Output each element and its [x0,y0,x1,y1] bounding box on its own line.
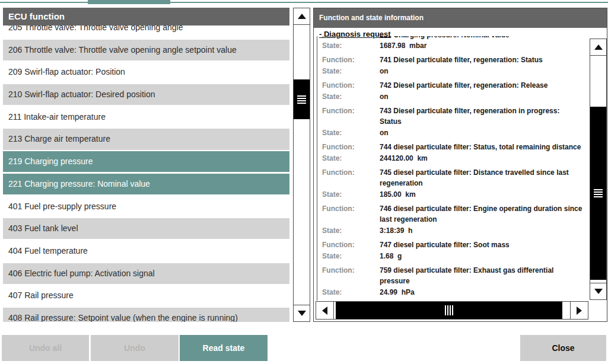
row-value: 759 diesel particulate filter: Exhaust g… [380,265,553,286]
arrow-up-icon [594,44,603,50]
ecu-function-item-selected[interactable]: 221 Charging pressure: Nominal value [3,174,289,194]
arrow-down-icon [298,311,306,316]
row-value: 747 diesel particulate filter: Soot mass [380,240,510,250]
ecu-function-header-label: ECU function [8,11,65,21]
scroll-thumb[interactable] [590,107,606,280]
scroll-up-button[interactable] [293,8,310,25]
state-row: State:on [317,91,588,102]
row-label: State: [317,225,380,236]
row-value: 1687.98 mbar [380,40,426,51]
undo-button[interactable]: Undo [91,335,179,361]
top-tab-indicator[interactable] [88,0,170,4]
row-value: 185.00 km [380,189,416,200]
ecu-function-list: 205 Throttle valve: Throttle valve openi… [3,25,289,322]
arrow-up-icon [298,14,306,19]
state-row: State:1.68 g [317,251,588,261]
read-state-button[interactable]: Read state [180,335,268,361]
row-label: State: [317,189,380,200]
row-label: State: [317,127,380,138]
function-row: Function:747 diesel particulate filter: … [317,240,588,250]
ecu-function-item[interactable]: 210 Swirl-flap actuator: Desired positio… [3,84,289,105]
row-value: 746 diesel particulate filter: Engine op… [380,203,582,225]
scroll-down-button[interactable] [293,305,310,322]
state-info-scrollbar[interactable] [590,39,607,300]
thumb-grip-icon [594,189,603,197]
ecu-function-item[interactable]: 406 Electric fuel pump: Activation signa… [3,263,289,284]
row-value: 244120.00 km [380,153,428,164]
state-row: State:24.99 hPa [317,287,588,298]
function-state-header: Function and state information [314,8,607,28]
arrow-left-icon [322,306,327,315]
ecu-function-item-selected[interactable]: 219 Charging pressure [3,151,289,172]
ecu-function-item[interactable]: 408 Rail pressure: Setpoint value (when … [3,308,289,322]
row-value: 744 diesel particulate filter: Status, t… [380,142,581,152]
arrow-right-icon [577,306,582,315]
row-value: 745 diesel particulate filter: Distance … [380,167,569,189]
scroll-left-button[interactable] [316,301,334,320]
scroll-up-button[interactable] [590,39,607,56]
undo-all-button[interactable]: Undo all [2,335,89,361]
close-button[interactable]: Close [520,335,606,361]
ecu-function-item[interactable]: 209 Swirl-flap actuator: Position [3,62,289,82]
row-label: State: [317,251,380,261]
row-label: Function: [317,55,380,65]
row-value: on [380,66,389,76]
state-row: State:1687.98 mbar [317,40,588,51]
state-row: State:244120.00 km [317,153,588,164]
scroll-down-button[interactable] [590,283,607,300]
function-row: Function:742 Diesel particulate filter, … [317,80,588,91]
row-label: State: [317,287,380,298]
state-info-horizontal-scrollbar[interactable] [316,301,588,320]
row-label: Function: [317,167,380,189]
thumb-grip-icon [297,95,306,104]
row-value: 741 Diesel particulate filter, regenerat… [380,55,543,65]
ecu-function-header: ECU function [3,8,289,25]
state-row: State:3:18:39 h [317,225,588,236]
state-info-content: Function: 221 Charging pressure: Nominal… [317,36,588,301]
function-row: Function:745 diesel particulate filter: … [317,167,588,189]
row-value: 221 Charging pressure: Nominal value [380,36,510,40]
app-window: ECU function 205 Throttle valve: Throttl… [0,0,608,364]
function-row: Function:741 Diesel particulate filter, … [317,55,588,65]
ecu-function-item[interactable]: 403 Fuel tank level [3,218,289,239]
scroll-thumb[interactable] [294,79,310,119]
thumb-grip-icon [445,305,454,315]
row-label: State: [317,91,380,102]
row-label: State: [317,66,380,76]
row-label: Function: [317,240,380,250]
row-label: State: [317,40,380,51]
row-label: Function: [317,80,380,91]
clipped-row: Function: 221 Charging pressure: Nominal… [317,36,588,40]
scroll-right-button[interactable] [570,301,588,320]
arrow-down-icon [594,289,603,294]
row-label: Function: [317,106,380,127]
row-value: 24.99 hPa [380,287,415,298]
function-row: Function:746 diesel particulate filter: … [317,203,588,225]
ecu-list-scrollbar[interactable] [293,8,310,322]
ecu-function-item[interactable]: 213 Charge air temperature [3,129,289,149]
function-row: Function:744 diesel particulate filter: … [317,142,588,152]
function-state-header-label: Function and state information [319,14,424,22]
ecu-function-item[interactable]: 404 Fuel temperature [3,241,289,261]
function-row: Function:759 diesel particulate filter: … [317,265,588,286]
state-row: State:185.00 km [317,189,588,200]
ecu-function-item[interactable]: 407 Rail pressure [3,285,289,306]
ecu-function-item[interactable]: 401 Fuel pre-supply pressure [3,196,289,217]
scroll-thumb[interactable] [336,302,562,319]
row-value: 743 Diesel particulate filter, regenerat… [380,106,559,127]
function-row: Function:743 Diesel particulate filter, … [317,106,588,127]
row-value: 742 Diesel particulate filter, regenerat… [380,80,547,91]
row-value: 1.68 g [380,251,402,261]
ecu-function-item[interactable]: 211 Intake-air temperature [3,107,289,127]
row-label: Function: [317,142,380,152]
state-row: State:on [317,127,588,138]
row-label: State: [317,153,380,164]
row-label: Function: [317,36,380,40]
row-value: on [380,91,389,102]
ecu-function-item[interactable]: 206 Throttle valve: Throttle valve openi… [3,40,289,60]
row-value: 3:18:39 h [380,225,412,236]
ecu-function-item[interactable]: 205 Throttle valve: Throttle valve openi… [3,25,289,38]
function-state-panel: Function and state information - Diagnos… [313,8,607,322]
state-row: State:on [317,66,588,76]
row-label: Function: [317,265,380,286]
